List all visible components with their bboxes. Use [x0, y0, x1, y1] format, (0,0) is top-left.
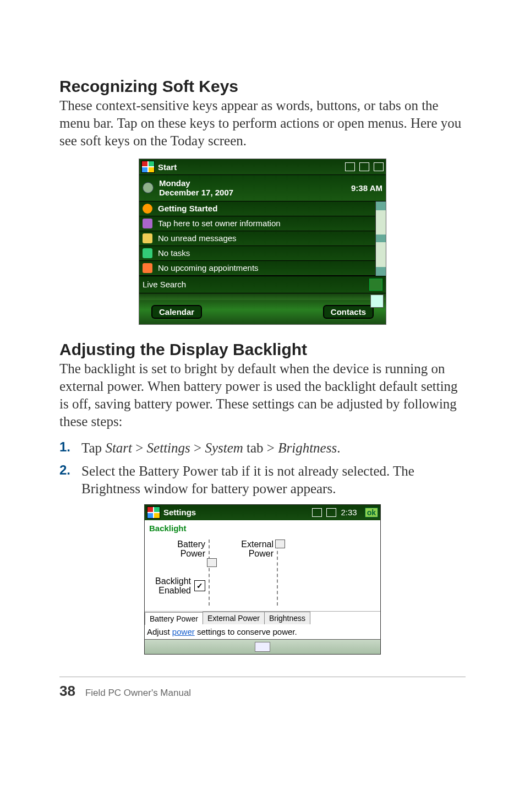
- step-1: 1. Tap Start > Settings > System tab > B…: [59, 439, 466, 457]
- softkey-bar: Calendar Contacts: [139, 300, 386, 324]
- heading-soft-keys: Recognizing Soft Keys: [59, 77, 466, 96]
- owner-icon: [143, 219, 152, 228]
- adjust-suffix: settings to conserve power.: [195, 627, 297, 636]
- tab-brightness[interactable]: Brightness: [264, 612, 310, 624]
- external-slider-thumb[interactable]: [275, 539, 285, 548]
- start-flag-icon[interactable]: [141, 161, 155, 173]
- page-footer: 38 Field PC Owner's Manual: [59, 677, 466, 700]
- backlight-body: BatteryPower BacklightEnabled ✓ External…: [145, 534, 380, 611]
- messages-icon: [143, 233, 152, 243]
- today-screenshot: Start Monday December 17, 2007 9:38 AM G…: [139, 159, 386, 325]
- today-item-getting-started[interactable]: Getting Started: [139, 201, 375, 216]
- today-item-owner-info[interactable]: Tap here to set owner information: [139, 216, 375, 231]
- scroll-down-icon[interactable]: [376, 267, 386, 276]
- step-2: 2. Select the Battery Power tab if it is…: [59, 462, 466, 498]
- heading-backlight: Adjusting the Display Backlight: [59, 340, 466, 359]
- backlight-enabled-checkbox[interactable]: ✓: [194, 580, 205, 591]
- step-2-text: Select the Battery Power tab if it is no…: [81, 462, 466, 498]
- battery-power-label-1: Battery: [177, 539, 205, 549]
- keyboard-icon[interactable]: [255, 642, 270, 652]
- tab-battery-power[interactable]: Battery Power: [145, 612, 203, 625]
- tab-external-power[interactable]: External Power: [203, 612, 264, 624]
- start-label[interactable]: Start: [158, 162, 177, 172]
- softkey-contacts[interactable]: Contacts: [323, 305, 374, 319]
- owner-label: Tap here to set owner information: [158, 219, 281, 228]
- adjust-power-row: Adjust power settings to conserve power.: [145, 624, 380, 639]
- para-backlight: The backlight is set to bright by defaul…: [59, 360, 466, 430]
- settings-tabs: Battery Power External Power Brightness: [145, 611, 380, 624]
- live-search-row[interactable]: Live Search: [139, 276, 386, 293]
- today-titlebar: Start: [139, 159, 386, 175]
- steps-list: 1. Tap Start > Settings > System tab > B…: [59, 439, 466, 498]
- settings-title: Settings: [163, 508, 196, 517]
- para-soft-keys: These context-sensitive keys appear as w…: [59, 97, 466, 150]
- today-time: 9:38 AM: [351, 183, 382, 193]
- today-date-row[interactable]: Monday December 17, 2007 9:38 AM: [139, 175, 386, 201]
- tasks-icon: [143, 248, 152, 258]
- battery-slider-thumb[interactable]: [207, 558, 217, 567]
- sip-bar: [145, 639, 380, 654]
- settings-titlebar: Settings 2:33 ok: [145, 505, 380, 520]
- backlight-heading: Backlight: [145, 520, 380, 534]
- battery-icon[interactable]: [374, 162, 384, 171]
- settings-time: 2:33: [341, 508, 357, 517]
- volume-icon[interactable]: [326, 508, 336, 517]
- getting-started-icon: [143, 204, 152, 214]
- getting-started-label: Getting Started: [158, 204, 217, 213]
- external-power-label-1: External: [241, 539, 274, 549]
- step-1-text: Tap Start > Settings > System tab > Brig…: [81, 439, 340, 457]
- manual-title: Field PC Owner's Manual: [85, 688, 191, 699]
- msn-icon[interactable]: [370, 295, 384, 308]
- today-extra-row: [139, 293, 386, 300]
- step-2-num: 2.: [59, 462, 81, 498]
- battery-power-label-2: Power: [181, 549, 205, 558]
- clock-icon: [143, 182, 154, 193]
- scroll-up-icon[interactable]: [376, 201, 386, 210]
- scroll-thumb[interactable]: [376, 235, 386, 242]
- messages-label: No unread messages: [158, 233, 237, 243]
- battery-slider[interactable]: [209, 539, 215, 606]
- today-item-tasks[interactable]: No tasks: [139, 246, 375, 261]
- page-number: 38: [59, 683, 75, 700]
- calendar-icon: [143, 263, 152, 273]
- today-date: December 17, 2007: [159, 188, 233, 197]
- scrollbar[interactable]: [375, 201, 386, 276]
- connectivity-icon[interactable]: [345, 162, 355, 171]
- settings-tray[interactable]: 2:33 ok: [312, 508, 378, 517]
- ok-button[interactable]: ok: [365, 508, 378, 517]
- power-link[interactable]: power: [172, 627, 195, 636]
- step-1-num: 1.: [59, 439, 81, 457]
- today-day: Monday: [159, 178, 233, 188]
- live-search-label: Live Search: [143, 280, 186, 289]
- softkey-calendar[interactable]: Calendar: [151, 305, 202, 319]
- notification-tray[interactable]: [345, 162, 384, 171]
- connectivity-icon[interactable]: [312, 508, 322, 517]
- appointments-label: No upcoming appointments: [158, 263, 259, 273]
- backlight-enabled-label-2: Enabled: [158, 586, 191, 595]
- settings-screenshot: Settings 2:33 ok Backlight BatteryPower …: [144, 504, 381, 655]
- adjust-prefix: Adjust: [147, 627, 172, 636]
- tasks-label: No tasks: [158, 248, 190, 258]
- start-flag-icon[interactable]: [147, 506, 160, 519]
- volume-icon[interactable]: [359, 162, 369, 171]
- today-item-appointments[interactable]: No upcoming appointments: [139, 261, 375, 276]
- search-icon[interactable]: [369, 279, 382, 291]
- today-list: Getting Started Tap here to set owner in…: [139, 201, 375, 276]
- backlight-enabled-label-1: Backlight: [155, 576, 191, 586]
- external-power-label-2: Power: [249, 549, 274, 558]
- today-item-messages[interactable]: No unread messages: [139, 231, 375, 246]
- external-slider[interactable]: [277, 539, 283, 606]
